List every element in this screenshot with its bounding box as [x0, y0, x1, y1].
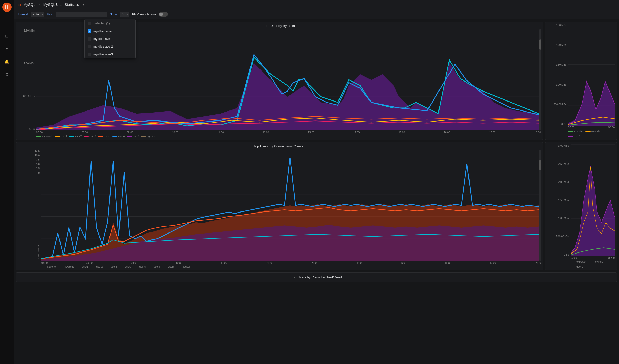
- legend2-r-user1: user1: [571, 265, 583, 268]
- chart1-right-svg: [568, 24, 615, 126]
- legend-user1: user1: [55, 135, 67, 138]
- sidebar-logo[interactable]: H: [2, 3, 12, 12]
- dropdown-checkbox-0[interactable]: ✓: [88, 29, 91, 33]
- chart2-y-axis: 12.5 10.0 7.5 5.0 2.5 0 Connections/sec: [18, 150, 41, 261]
- dropdown-header-label: Selected (1): [93, 22, 110, 25]
- chart1-right-area: [568, 24, 615, 126]
- sidebar-icon-gear[interactable]: ⚙: [3, 71, 11, 78]
- chart2-right-legend: exporter newrelic user1: [547, 260, 615, 268]
- dropdown-item-label-1: my-db-slave-1: [93, 37, 113, 41]
- dropdown-item-3[interactable]: my-db-slave-3: [85, 50, 135, 58]
- svg-marker-27: [571, 167, 615, 256]
- legend-user5: user5: [98, 135, 110, 138]
- chart1-legend: maxscale user1 user2 user3 user5 user4 u…: [18, 135, 541, 138]
- dropdown-item-0[interactable]: ✓ my-db-master: [85, 27, 135, 35]
- chart2-legend: exporter newrelic user1 user2 user3 user…: [18, 265, 541, 268]
- show-label: Show: [110, 13, 117, 16]
- legend2-user3b: user3: [119, 265, 131, 268]
- chart-panel-bytes-in-right: 2.50 MBs 2.00 MBs 1.50 MBs 1.00 MBs 500.…: [545, 22, 617, 140]
- legend-oguser: oguser: [141, 135, 155, 138]
- content-area: Top User by Bytes In 1.50 MBs 1.00 MBs 5…: [14, 19, 619, 364]
- chart1-y-axis: 1.50 MBs 1.00 MBs 500.00 kBs 0 Bs: [18, 29, 36, 130]
- legend2-user1: user1: [76, 265, 88, 268]
- pmm-annotations-toggle[interactable]: [159, 12, 168, 17]
- chart1-right-y-axis: 2.50 MBs 2.00 MBs 1.50 MBs 1.00 MBs 500.…: [547, 24, 568, 126]
- legend2-user4: user4: [148, 265, 160, 268]
- sidebar-icon-bell[interactable]: 🔔: [3, 58, 11, 65]
- legend-r-newrelic: newrelic: [585, 130, 601, 133]
- breadcrumb-dropdown-arrow[interactable]: ▼: [82, 3, 85, 6]
- chart2-title: Top Users by Connections Created: [18, 144, 541, 148]
- breadcrumb-db-icon: ▦: [18, 3, 21, 7]
- legend-user6: user6: [127, 135, 139, 138]
- legend2-oguser: oguser: [176, 265, 190, 268]
- legend-maxscale: maxscale: [36, 135, 53, 138]
- chart2-right-svg: [571, 144, 615, 256]
- chart1-x-axis: 07:00 08:00 09:00 10:00 11:00 12:00 13:0…: [18, 131, 541, 134]
- chart2-x-axis: 07:00 08:00 09:00 10:00 11:00 12:00 13:0…: [18, 261, 541, 264]
- dropdown-item-1[interactable]: my-db-slave-1: [85, 35, 135, 43]
- legend-user3: user3: [84, 135, 96, 138]
- chart2-right-body: 3.00 MBs 2.50 MBs 2.00 MBs 1.50 MBs 1.00…: [547, 144, 615, 256]
- chart2-y-unit: Connections/sec: [37, 244, 40, 261]
- dropdown-item-label-0: my-db-master: [93, 29, 112, 33]
- host-label: Host: [47, 13, 53, 16]
- legend-user4: user4: [112, 135, 125, 138]
- chart2-right-x-axis: 07:00 08:00: [547, 257, 615, 259]
- dropdown-header: Selected (1): [85, 19, 135, 27]
- sidebar-icon-compass[interactable]: ✦: [3, 45, 11, 52]
- chart-panel-connections-right: 3.00 MBs 2.50 MBs 2.00 MBs 1.50 MBs 1.00…: [545, 142, 617, 270]
- legend-user2: user2: [69, 135, 82, 138]
- sidebar: H ＋ ⊞ ✦ 🔔 ⚙: [0, 0, 14, 364]
- main-area: ▦ MySQL > MySQL User Statistics ▼ Interv…: [14, 0, 619, 364]
- chart2-right-y-axis: 3.00 MBs 2.50 MBs 2.00 MBs 1.50 MBs 1.00…: [547, 144, 571, 256]
- breadcrumb-separator: >: [38, 3, 40, 6]
- dropdown-checkbox-3[interactable]: [88, 53, 91, 56]
- chart1-right-x-axis: 07:00 08:00: [547, 126, 615, 129]
- dropdown-item-label-2: my-db-slave-2: [93, 45, 113, 48]
- legend2-r-newrelic: newrelic: [588, 260, 603, 263]
- chart1-right-legend: exporter newrelic user1: [547, 130, 615, 138]
- sidebar-icon-plus[interactable]: ＋: [3, 19, 11, 27]
- host-dropdown-menu: Selected (1) ✓ my-db-master my-db-slave-…: [84, 19, 136, 58]
- pmm-label: PMM Annotations: [132, 13, 156, 16]
- interval-select-wrapper: auto: [31, 12, 44, 17]
- chart1-scrollbar[interactable]: [539, 29, 541, 130]
- chart2-svg: [41, 150, 539, 261]
- dropdown-item-label-3: my-db-slave-3: [93, 53, 113, 56]
- sidebar-icon-grid[interactable]: ⊞: [3, 32, 11, 39]
- interval-select[interactable]: auto: [31, 12, 44, 17]
- legend2-user6: user6: [162, 265, 174, 268]
- legend2-user2: user2: [90, 265, 103, 268]
- header: ▦ MySQL > MySQL User Statistics ▼: [14, 0, 619, 9]
- legend2-exporter: exporter: [41, 265, 57, 268]
- legend2-newrelic: newrelic: [59, 265, 74, 268]
- dropdown-checkbox-2[interactable]: [88, 45, 91, 48]
- dropdown-checkbox-1[interactable]: [88, 37, 91, 41]
- legend2-r-exporter: exporter: [571, 260, 586, 263]
- chart-row-2: Top Users by Connections Created 12.5 10…: [16, 142, 617, 270]
- breadcrumb-parent: MySQL: [23, 3, 35, 7]
- interval-label: Interval: [18, 13, 28, 16]
- host-input[interactable]: [56, 12, 107, 17]
- legend-r-user1: user1: [568, 135, 580, 138]
- dropdown-header-checkbox[interactable]: [88, 22, 91, 25]
- chart-panel-connections: Top Users by Connections Created 12.5 10…: [16, 142, 543, 270]
- chart2-scrollbar[interactable]: [539, 150, 541, 261]
- legend2-user3a: user3: [105, 265, 117, 268]
- chart2-right-area: [571, 144, 615, 256]
- dropdown-item-2[interactable]: my-db-slave-2: [85, 43, 135, 50]
- show-select-wrapper: 5: [120, 12, 129, 17]
- chart1-right-body: 2.50 MBs 2.00 MBs 1.50 MBs 1.00 MBs 500.…: [547, 24, 615, 126]
- chart3-title-bar: Top Users by Rows Fetched/Read: [16, 272, 617, 282]
- chart3-title: Top Users by Rows Fetched/Read: [291, 275, 342, 279]
- breadcrumb-current: MySQL User Statistics: [43, 3, 79, 7]
- legend-r-exporter: exporter: [568, 130, 583, 133]
- show-select[interactable]: 5: [120, 12, 129, 17]
- chart2-body: 12.5 10.0 7.5 5.0 2.5 0 Connections/sec: [18, 150, 541, 261]
- toolbar: Interval auto Host Show 5 PMM Annotation…: [14, 9, 619, 19]
- legend2-user5: user5: [133, 265, 146, 268]
- chart2-area: [41, 150, 539, 261]
